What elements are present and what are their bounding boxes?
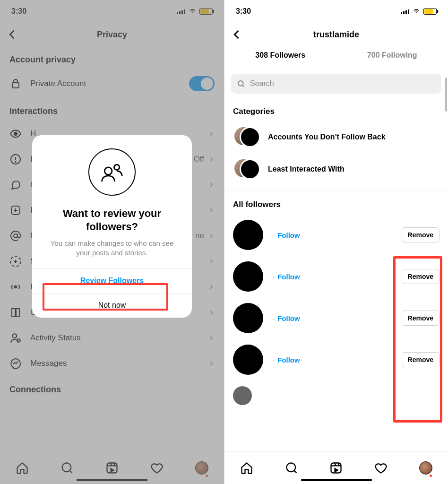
tab-home[interactable] <box>240 461 254 475</box>
status-time: 3:30 <box>236 7 251 16</box>
tab-search[interactable] <box>284 461 299 475</box>
svg-point-11 <box>114 164 120 170</box>
remove-button[interactable]: Remove <box>402 352 439 367</box>
followers-screen: 3:30 trustlamide 308 Followers 700 Follo… <box>224 0 448 484</box>
people-circle-icon <box>88 148 136 196</box>
avatar-icon[interactable] <box>233 386 252 405</box>
avatar-icon[interactable] <box>233 261 263 292</box>
categories-title: Categories <box>224 97 448 121</box>
nav-header: trustlamide <box>224 23 448 46</box>
follow-button[interactable]: Follow <box>277 231 300 239</box>
privacy-screen: 3:30 Privacy Account privacy Private Acc… <box>0 0 224 484</box>
svg-point-10 <box>104 167 112 175</box>
status-icons <box>401 8 437 15</box>
category-least-interacted[interactable]: Least Interacted With <box>224 153 448 185</box>
follower-row: ·Follow Remove <box>224 214 448 256</box>
notification-dot-icon <box>430 475 432 477</box>
avatar-icon[interactable] <box>233 303 263 333</box>
follower-row: ·Follow Remove <box>224 339 448 380</box>
status-bar: 3:30 <box>224 0 448 23</box>
home-indicator <box>301 479 372 481</box>
remove-button[interactable]: Remove <box>402 269 439 284</box>
svg-point-15 <box>286 463 295 472</box>
scrollbar[interactable] <box>445 78 447 112</box>
remove-button[interactable]: Remove <box>402 227 439 242</box>
modal-body: You can make changes to who can see your… <box>32 239 192 268</box>
follow-button[interactable]: Follow <box>277 314 300 322</box>
tab-followers[interactable]: 308 Followers <box>224 51 336 65</box>
svg-point-14 <box>238 81 243 86</box>
search-wrap: Search <box>224 70 448 97</box>
remove-button[interactable]: Remove <box>402 311 439 326</box>
annotation-highlight <box>43 283 168 311</box>
category-not-follow-back[interactable]: Accounts You Don't Follow Back <box>224 121 448 153</box>
follow-button[interactable]: Follow <box>277 273 300 281</box>
cellular-signal-icon <box>401 9 409 14</box>
tab-following[interactable]: 700 Following <box>336 51 448 65</box>
search-icon <box>237 79 245 88</box>
tab-activity[interactable] <box>374 461 388 475</box>
search-placeholder: Search <box>250 79 274 88</box>
followers-following-tabs: 308 Followers 700 Following <box>224 46 448 70</box>
search-input[interactable]: Search <box>231 74 441 94</box>
modal-title: Want to review your followers? <box>32 207 192 239</box>
follower-row: ·Follow Remove <box>224 256 448 297</box>
page-title: trustlamide <box>224 30 448 40</box>
avatar-icon[interactable] <box>233 220 263 250</box>
avatar-icon <box>419 461 432 475</box>
tab-profile[interactable] <box>419 461 433 475</box>
avatar-icon[interactable] <box>233 345 263 375</box>
avatar-stack-icon <box>233 158 261 181</box>
wifi-icon <box>412 8 421 15</box>
tab-reels[interactable] <box>329 461 343 475</box>
all-followers-title: All followers <box>224 190 448 214</box>
follow-button[interactable]: Follow <box>277 356 300 364</box>
avatar-stack-icon <box>233 126 261 148</box>
battery-icon <box>423 8 437 15</box>
follower-row: ·Follow Remove <box>224 297 448 339</box>
follower-row <box>224 380 448 411</box>
